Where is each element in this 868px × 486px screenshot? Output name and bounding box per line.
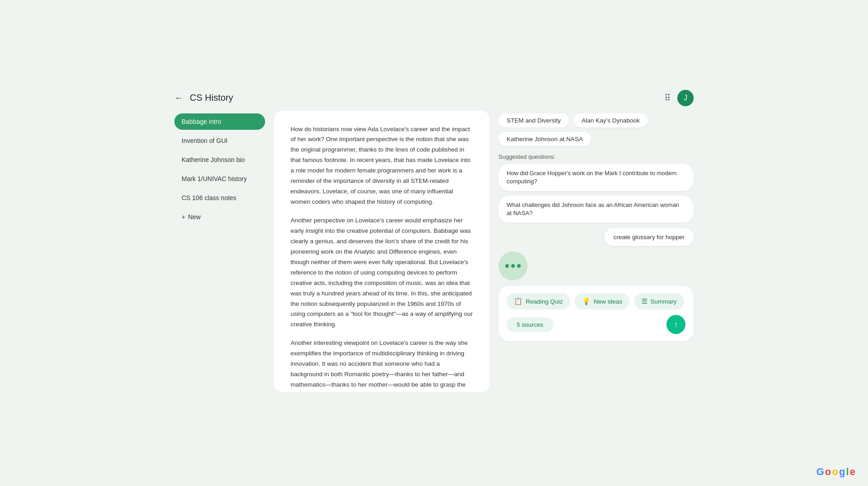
page-title: CS History: [190, 93, 233, 103]
summary-label: Summary: [651, 298, 677, 305]
google-e: e: [850, 466, 855, 478]
dot-1: [505, 264, 509, 268]
action-buttons-row: 📋 Reading Quiz 💡 New ideas ☰ Summary: [507, 293, 686, 309]
suggestion-1[interactable]: How did Grace Hopper's work on the Mark …: [498, 164, 694, 191]
suggestion-2[interactable]: What challenges did Johnson face as an A…: [498, 196, 694, 223]
doc-paragraph-2: Another perspective on Lovelace's career…: [291, 216, 473, 330]
google-o1: o: [825, 466, 831, 478]
sources-button[interactable]: 5 sources: [507, 317, 553, 332]
sidebar-item-mark[interactable]: Mark 1/UNIVAC history: [174, 171, 265, 187]
doc-paragraph-3: Another interesting viewpoint on Lovelac…: [291, 338, 473, 392]
tag-dynabook[interactable]: Alan Kay's Dynabook: [573, 113, 648, 128]
tags-row: STEM and Diversity Alan Kay's Dynabook K…: [498, 111, 694, 146]
google-o2: o: [832, 466, 838, 478]
suggestions-list: How did Grace Hopper's work on the Mark …: [498, 164, 694, 223]
top-bar-right: ⠿ J: [664, 90, 694, 106]
top-bar: ← CS History ⠿ J: [162, 82, 706, 111]
sources-row: 5 sources ↑: [507, 315, 686, 334]
summary-icon: ☰: [641, 297, 647, 305]
google-logo: G o o g l e: [816, 466, 855, 478]
dot-2: [511, 264, 515, 268]
new-ideas-label: New ideas: [594, 298, 622, 305]
avatar[interactable]: J: [677, 90, 694, 106]
main-content: Babbage intro Invention of GUI Katherine…: [162, 111, 706, 405]
tag-katherine[interactable]: Katherine Johnson at NASA: [498, 132, 591, 146]
sidebar-item-katherine[interactable]: Katherine Johnson bio: [174, 152, 265, 168]
reading-quiz-button[interactable]: 📋 Reading Quiz: [507, 293, 570, 309]
sidebar-item-cs106[interactable]: CS 106 class notes: [174, 190, 265, 206]
loading-row: [498, 251, 694, 280]
sidebar-item-gui[interactable]: Invention of GUI: [174, 133, 265, 149]
sidebar: Babbage intro Invention of GUI Katherine…: [174, 111, 265, 392]
right-panel: STEM and Diversity Alan Kay's Dynabook K…: [498, 111, 694, 392]
new-item-label: New: [188, 213, 201, 221]
google-l: l: [846, 466, 849, 478]
summary-button[interactable]: ☰ Summary: [634, 293, 684, 309]
suggested-section: Suggested questions: How did Grace Hoppe…: [498, 152, 694, 223]
app-container: ← CS History ⠿ J Babbage intro Invention…: [162, 82, 706, 405]
glossary-message: create glossary for hopper: [604, 228, 694, 246]
top-bar-left: ← CS History: [174, 93, 233, 103]
google-g: G: [816, 466, 824, 478]
glossary-row: create glossary for hopper: [498, 228, 694, 246]
suggested-label: Suggested questions:: [498, 153, 694, 160]
dot-3: [517, 264, 521, 268]
sidebar-item-babbage[interactable]: Babbage intro: [174, 113, 265, 130]
grid-icon[interactable]: ⠿: [664, 93, 671, 103]
plus-icon: +: [182, 213, 185, 221]
doc-paragraph-1: How do historians now view Ada Lovelace'…: [291, 124, 473, 208]
new-item-button[interactable]: + New: [174, 209, 265, 225]
loading-bubble: [498, 251, 528, 280]
send-button[interactable]: ↑: [666, 315, 686, 334]
document-area: How do historians now view Ada Lovelace'…: [274, 111, 489, 392]
back-button[interactable]: ←: [174, 93, 183, 103]
action-bar: 📋 Reading Quiz 💡 New ideas ☰ Summary 5 s…: [498, 286, 694, 341]
reading-quiz-icon: 📋: [514, 297, 523, 305]
new-ideas-icon: 💡: [582, 297, 591, 305]
tag-stem[interactable]: STEM and Diversity: [498, 113, 569, 128]
reading-quiz-label: Reading Quiz: [526, 298, 563, 305]
new-ideas-button[interactable]: 💡 New ideas: [575, 293, 630, 309]
google-g2: g: [839, 466, 845, 478]
